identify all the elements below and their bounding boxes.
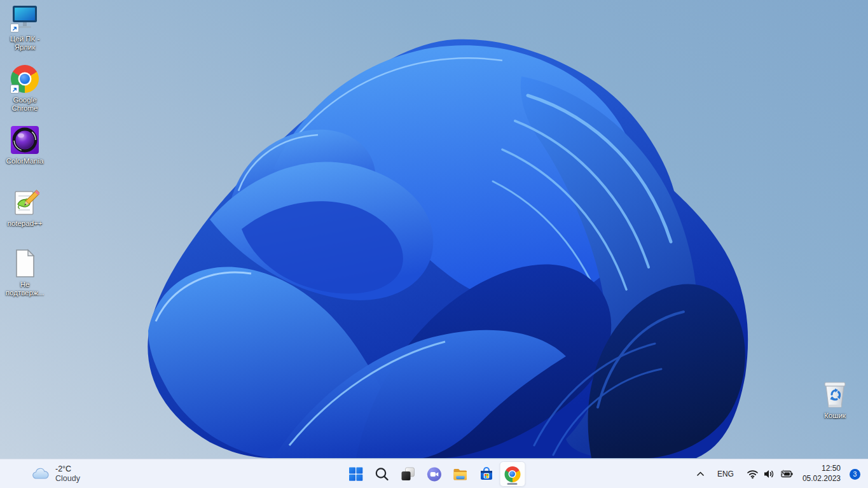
clock[interactable]: 12:50 05.02.2023 [799,461,844,487]
windows-desktop: Цей ПК - Ярлик Google Chrome [0,0,868,488]
desktop-icon-this-pc[interactable]: Цей ПК - Ярлик [0,3,50,52]
task-view-icon [401,466,416,482]
microsoft-store-icon [478,466,494,482]
chat-icon [426,466,442,482]
search-icon [375,466,390,482]
chrome-taskbar-button[interactable] [499,461,525,487]
desktop-icon-label: Цей ПК - Ярлик [1,35,49,52]
desktop-icon-label: Не подтверж... [1,281,49,297]
start-button[interactable] [343,461,369,487]
widgets-button[interactable]: -2°C Cloudy [25,459,86,488]
weather-condition: Cloudy [55,474,80,484]
battery-charging-icon [780,469,793,479]
volume-icon [763,469,775,479]
colormania-icon [10,125,40,155]
recycle-bin-icon [820,379,850,410]
this-pc-icon [10,3,40,33]
wallpaper [0,0,868,488]
windows-logo-icon [348,466,364,482]
wifi-icon [747,469,759,479]
chrome-icon [10,64,40,94]
microsoft-store-button[interactable] [473,461,499,487]
document-icon [10,248,40,279]
desktop-icon-label: Кошик [811,412,859,420]
desktop-icon-colormania[interactable]: ColorMania [0,125,50,165]
running-app-indicator [507,483,518,485]
search-button[interactable] [369,461,395,487]
system-tray: ENG [691,459,863,488]
quick-settings-button[interactable] [741,461,799,487]
tray-date: 05.02.2023 [803,474,841,484]
bloom-wallpaper-art [0,0,868,459]
taskbar: -2°C Cloudy [0,459,868,488]
taskbar-center-icons [343,459,525,488]
weather-temperature: -2°C [55,464,80,474]
tray-time: 12:50 [803,464,841,474]
desktop-icon-recycle-bin[interactable]: Кошик [810,379,860,420]
desktop-icon-label: ColorMania [1,157,49,165]
chrome-icon [504,466,520,482]
desktop-icon-chrome[interactable]: Google Chrome [0,64,50,113]
notepad-plus-plus-icon [10,187,40,218]
shortcut-arrow-icon [10,24,19,32]
cloud-icon [32,468,50,480]
tray-overflow-button[interactable] [691,461,710,487]
notification-badge[interactable]: 3 [850,469,860,480]
shortcut-arrow-icon [10,85,19,94]
file-explorer-icon [452,466,468,482]
chat-button[interactable] [421,461,447,487]
desktop-icon-label: notepad++ [1,220,49,228]
file-explorer-button[interactable] [447,461,473,487]
task-view-button[interactable] [395,461,421,487]
chevron-up-icon [696,471,705,477]
desktop-icon-notepadpp[interactable]: notepad++ [0,187,50,228]
language-indicator[interactable]: ENG [710,461,741,487]
desktop-icon-label: Google Chrome [1,96,49,113]
desktop-icon-unconfirmed-file[interactable]: Не подтверж... [0,248,50,297]
